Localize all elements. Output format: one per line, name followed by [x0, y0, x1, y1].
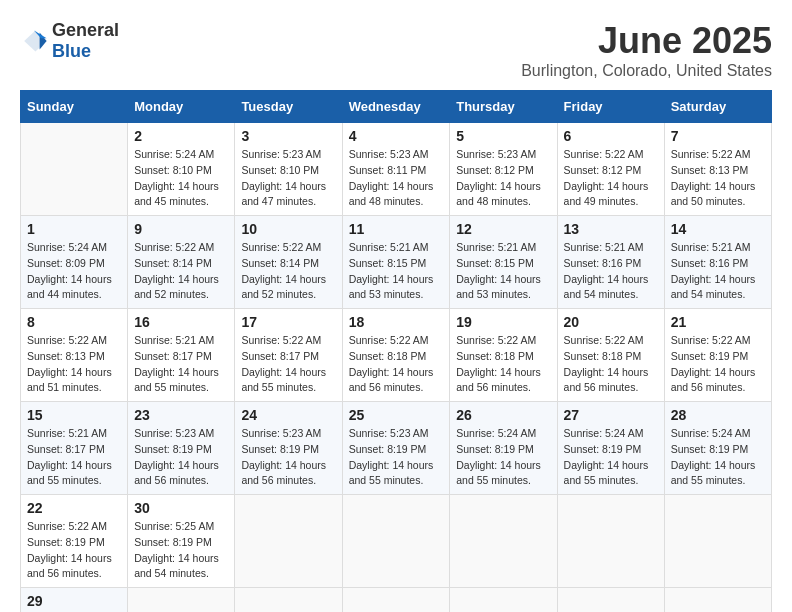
- day-info: Sunrise: 5:24 AMSunset: 8:09 PMDaylight:…: [27, 241, 112, 300]
- month-title: June 2025: [521, 20, 772, 62]
- calendar-day-cell: 28 Sunrise: 5:24 AMSunset: 8:19 PMDaylig…: [664, 402, 771, 495]
- day-info: Sunrise: 5:23 AMSunset: 8:19 PMDaylight:…: [134, 427, 219, 486]
- calendar-day-cell: 23 Sunrise: 5:23 AMSunset: 8:19 PMDaylig…: [128, 402, 235, 495]
- day-number: 6: [564, 128, 658, 144]
- day-info: Sunrise: 5:22 AMSunset: 8:19 PMDaylight:…: [27, 520, 112, 579]
- calendar-day-cell: 5 Sunrise: 5:23 AMSunset: 8:12 PMDayligh…: [450, 123, 557, 216]
- calendar-day-cell: 3 Sunrise: 5:23 AMSunset: 8:10 PMDayligh…: [235, 123, 342, 216]
- day-number: 3: [241, 128, 335, 144]
- day-info: Sunrise: 5:22 AMSunset: 8:14 PMDaylight:…: [134, 241, 219, 300]
- calendar-week-row: 29 Sunrise: 5:25 AMSunset: 8:19 PMDaylig…: [21, 588, 772, 613]
- day-info: Sunrise: 5:24 AMSunset: 8:19 PMDaylight:…: [564, 427, 649, 486]
- day-number: 19: [456, 314, 550, 330]
- weekday-header-cell: Monday: [128, 91, 235, 123]
- calendar-day-cell: 26 Sunrise: 5:24 AMSunset: 8:19 PMDaylig…: [450, 402, 557, 495]
- location-title: Burlington, Colorado, United States: [521, 62, 772, 80]
- calendar-week-row: 22 Sunrise: 5:22 AMSunset: 8:19 PMDaylig…: [21, 495, 772, 588]
- weekday-header-cell: Friday: [557, 91, 664, 123]
- weekday-header-cell: Saturday: [664, 91, 771, 123]
- day-info: Sunrise: 5:21 AMSunset: 8:17 PMDaylight:…: [134, 334, 219, 393]
- title-area: June 2025 Burlington, Colorado, United S…: [521, 20, 772, 80]
- day-info: Sunrise: 5:24 AMSunset: 8:10 PMDaylight:…: [134, 148, 219, 207]
- calendar-day-cell: 9 Sunrise: 5:22 AMSunset: 8:14 PMDayligh…: [128, 216, 235, 309]
- calendar-day-cell: 21 Sunrise: 5:22 AMSunset: 8:19 PMDaylig…: [664, 309, 771, 402]
- day-number: 26: [456, 407, 550, 423]
- calendar-day-cell: 10 Sunrise: 5:22 AMSunset: 8:14 PMDaylig…: [235, 216, 342, 309]
- day-number: 23: [134, 407, 228, 423]
- day-number: 15: [27, 407, 121, 423]
- day-number: 4: [349, 128, 444, 144]
- calendar-day-cell: 16 Sunrise: 5:21 AMSunset: 8:17 PMDaylig…: [128, 309, 235, 402]
- calendar-day-cell: [664, 495, 771, 588]
- calendar-day-cell: 14 Sunrise: 5:21 AMSunset: 8:16 PMDaylig…: [664, 216, 771, 309]
- calendar-day-cell: [450, 495, 557, 588]
- day-number: 12: [456, 221, 550, 237]
- day-info: Sunrise: 5:21 AMSunset: 8:15 PMDaylight:…: [349, 241, 434, 300]
- day-number: 7: [671, 128, 765, 144]
- day-number: 24: [241, 407, 335, 423]
- calendar-day-cell: [557, 495, 664, 588]
- logo-blue: Blue: [52, 41, 91, 61]
- calendar-day-cell: 13 Sunrise: 5:21 AMSunset: 8:16 PMDaylig…: [557, 216, 664, 309]
- day-info: Sunrise: 5:23 AMSunset: 8:10 PMDaylight:…: [241, 148, 326, 207]
- calendar-day-cell: 2 Sunrise: 5:24 AMSunset: 8:10 PMDayligh…: [128, 123, 235, 216]
- day-number: 21: [671, 314, 765, 330]
- calendar-day-cell: [235, 495, 342, 588]
- weekday-header-cell: Wednesday: [342, 91, 450, 123]
- day-info: Sunrise: 5:22 AMSunset: 8:13 PMDaylight:…: [27, 334, 112, 393]
- calendar-day-cell: 15 Sunrise: 5:21 AMSunset: 8:17 PMDaylig…: [21, 402, 128, 495]
- calendar-body: 2 Sunrise: 5:24 AMSunset: 8:10 PMDayligh…: [21, 123, 772, 613]
- calendar-day-cell: 25 Sunrise: 5:23 AMSunset: 8:19 PMDaylig…: [342, 402, 450, 495]
- calendar-day-cell: 6 Sunrise: 5:22 AMSunset: 8:12 PMDayligh…: [557, 123, 664, 216]
- calendar-week-row: 15 Sunrise: 5:21 AMSunset: 8:17 PMDaylig…: [21, 402, 772, 495]
- calendar-day-cell: 12 Sunrise: 5:21 AMSunset: 8:15 PMDaylig…: [450, 216, 557, 309]
- logo: General Blue: [20, 20, 119, 62]
- day-number: 2: [134, 128, 228, 144]
- day-info: Sunrise: 5:23 AMSunset: 8:19 PMDaylight:…: [241, 427, 326, 486]
- day-number: 16: [134, 314, 228, 330]
- calendar-day-cell: 29 Sunrise: 5:25 AMSunset: 8:19 PMDaylig…: [21, 588, 128, 613]
- day-info: Sunrise: 5:24 AMSunset: 8:19 PMDaylight:…: [671, 427, 756, 486]
- day-number: 22: [27, 500, 121, 516]
- calendar-week-row: 1 Sunrise: 5:24 AMSunset: 8:09 PMDayligh…: [21, 216, 772, 309]
- calendar-day-cell: [342, 588, 450, 613]
- calendar-day-cell: 24 Sunrise: 5:23 AMSunset: 8:19 PMDaylig…: [235, 402, 342, 495]
- calendar-day-cell: 8 Sunrise: 5:22 AMSunset: 8:13 PMDayligh…: [21, 309, 128, 402]
- calendar-day-cell: 17 Sunrise: 5:22 AMSunset: 8:17 PMDaylig…: [235, 309, 342, 402]
- calendar-day-cell: 11 Sunrise: 5:21 AMSunset: 8:15 PMDaylig…: [342, 216, 450, 309]
- day-number: 14: [671, 221, 765, 237]
- day-number: 5: [456, 128, 550, 144]
- day-number: 25: [349, 407, 444, 423]
- day-info: Sunrise: 5:24 AMSunset: 8:19 PMDaylight:…: [456, 427, 541, 486]
- calendar-week-row: 2 Sunrise: 5:24 AMSunset: 8:10 PMDayligh…: [21, 123, 772, 216]
- calendar: SundayMondayTuesdayWednesdayThursdayFrid…: [20, 90, 772, 612]
- calendar-day-cell: 27 Sunrise: 5:24 AMSunset: 8:19 PMDaylig…: [557, 402, 664, 495]
- calendar-day-cell: 18 Sunrise: 5:22 AMSunset: 8:18 PMDaylig…: [342, 309, 450, 402]
- day-number: 20: [564, 314, 658, 330]
- day-info: Sunrise: 5:21 AMSunset: 8:15 PMDaylight:…: [456, 241, 541, 300]
- weekday-header-cell: Thursday: [450, 91, 557, 123]
- day-info: Sunrise: 5:21 AMSunset: 8:16 PMDaylight:…: [671, 241, 756, 300]
- day-info: Sunrise: 5:22 AMSunset: 8:17 PMDaylight:…: [241, 334, 326, 393]
- day-number: 17: [241, 314, 335, 330]
- day-info: Sunrise: 5:21 AMSunset: 8:17 PMDaylight:…: [27, 427, 112, 486]
- day-number: 9: [134, 221, 228, 237]
- calendar-day-cell: [557, 588, 664, 613]
- day-info: Sunrise: 5:23 AMSunset: 8:12 PMDaylight:…: [456, 148, 541, 207]
- day-info: Sunrise: 5:22 AMSunset: 8:13 PMDaylight:…: [671, 148, 756, 207]
- calendar-day-cell: 19 Sunrise: 5:22 AMSunset: 8:18 PMDaylig…: [450, 309, 557, 402]
- day-info: Sunrise: 5:23 AMSunset: 8:11 PMDaylight:…: [349, 148, 434, 207]
- calendar-day-cell: 1 Sunrise: 5:24 AMSunset: 8:09 PMDayligh…: [21, 216, 128, 309]
- day-info: Sunrise: 5:22 AMSunset: 8:18 PMDaylight:…: [456, 334, 541, 393]
- calendar-week-row: 8 Sunrise: 5:22 AMSunset: 8:13 PMDayligh…: [21, 309, 772, 402]
- calendar-day-cell: 22 Sunrise: 5:22 AMSunset: 8:19 PMDaylig…: [21, 495, 128, 588]
- day-number: 13: [564, 221, 658, 237]
- header: General Blue June 2025 Burlington, Color…: [20, 20, 772, 80]
- day-number: 18: [349, 314, 444, 330]
- weekday-header-row: SundayMondayTuesdayWednesdayThursdayFrid…: [21, 91, 772, 123]
- day-number: 30: [134, 500, 228, 516]
- day-number: 8: [27, 314, 121, 330]
- weekday-header-cell: Tuesday: [235, 91, 342, 123]
- day-info: Sunrise: 5:21 AMSunset: 8:16 PMDaylight:…: [564, 241, 649, 300]
- weekday-header-cell: Sunday: [21, 91, 128, 123]
